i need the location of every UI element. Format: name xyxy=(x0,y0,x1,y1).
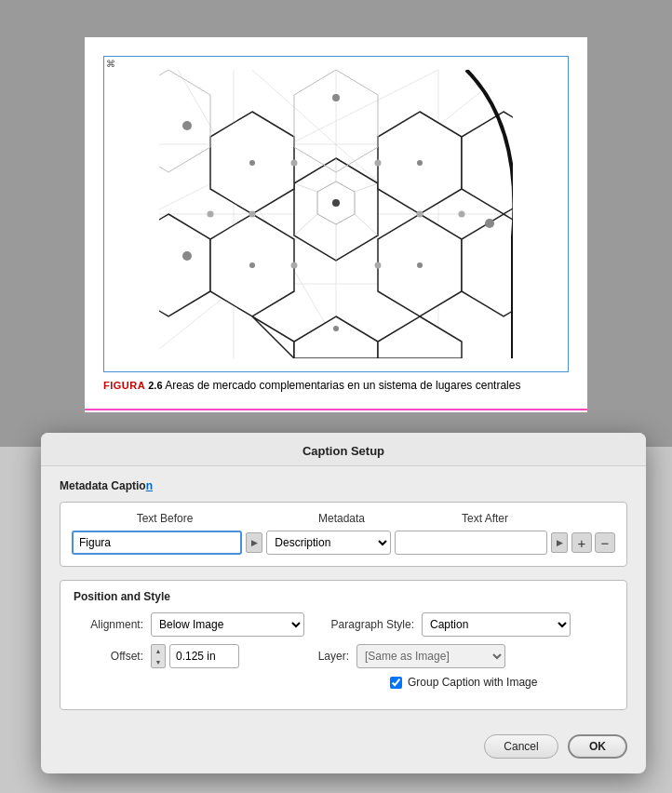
svg-point-43 xyxy=(459,211,465,218)
svg-point-20 xyxy=(249,160,255,166)
svg-marker-24 xyxy=(159,214,210,316)
figure-label-number: 2.6 xyxy=(145,380,162,391)
svg-point-22 xyxy=(417,160,423,166)
svg-point-28 xyxy=(417,262,423,268)
metadata-section: Text Before Metadata Text After ▶ Descri… xyxy=(60,502,627,567)
offset-input[interactable] xyxy=(169,644,239,668)
svg-point-18 xyxy=(332,199,340,207)
offset-row: Offset: ▲ ▼ Layer: [Same as Image] xyxy=(74,644,613,668)
svg-marker-23 xyxy=(462,112,513,214)
svg-marker-30 xyxy=(252,316,294,358)
text-after-header: Text After xyxy=(407,512,563,525)
offset-stepper[interactable]: ▲ ▼ xyxy=(151,644,166,668)
group-caption-label: Group Caption with Image xyxy=(408,676,537,689)
remove-metadata-button[interactable]: − xyxy=(595,532,615,553)
text-after-arrow[interactable]: ▶ xyxy=(551,532,568,553)
figure-label-red: FIGURA xyxy=(103,380,145,391)
caption-setup-dialog: Caption Setup Metadata Caption Text Befo… xyxy=(41,433,646,773)
svg-point-38 xyxy=(332,94,340,101)
stepper-up-button[interactable]: ▲ xyxy=(152,645,165,656)
ok-button[interactable]: OK xyxy=(568,734,627,759)
svg-point-32 xyxy=(333,326,339,331)
svg-point-44 xyxy=(291,262,298,269)
dialog-title: Caption Setup xyxy=(41,433,646,466)
add-remove-controls: + − xyxy=(571,532,615,553)
svg-point-36 xyxy=(182,121,192,130)
paragraph-style-select[interactable]: Caption Body Heading xyxy=(422,612,571,637)
svg-marker-34 xyxy=(159,70,210,172)
image-frame: ⌘ xyxy=(103,56,569,372)
svg-point-47 xyxy=(417,211,423,218)
cancel-button[interactable]: Cancel xyxy=(484,734,558,759)
add-metadata-button[interactable]: + xyxy=(571,532,592,553)
text-before-header: Text Before xyxy=(72,512,258,525)
position-style-section: Position and Style Alignment: Below Imag… xyxy=(60,580,627,710)
layer-select[interactable]: [Same as Image] xyxy=(356,644,505,668)
metadata-header: Metadata xyxy=(276,512,407,525)
svg-point-26 xyxy=(249,262,255,268)
group-caption-checkbox[interactable] xyxy=(390,677,402,689)
alignment-row: Alignment: Below Image Above Image Left … xyxy=(74,612,613,637)
offset-stepper-container: ▲ ▼ xyxy=(151,644,239,668)
stepper-down-button[interactable]: ▼ xyxy=(152,656,165,667)
frame-anchor-icon: ⌘ xyxy=(106,59,115,69)
metadata-section-label: Metadata Caption xyxy=(60,479,627,492)
text-before-input[interactable] xyxy=(72,531,242,555)
position-section-label: Position and Style xyxy=(74,590,613,603)
alignment-label: Alignment: xyxy=(74,618,143,631)
figure-caption: FIGURA 2.6 Areas de mercado complementar… xyxy=(103,378,569,394)
document-page: ⌘ xyxy=(85,37,587,412)
svg-point-42 xyxy=(208,211,214,218)
offset-label: Offset: xyxy=(74,650,143,663)
metadata-inputs-row: ▶ Description Name Title Author ▶ + − xyxy=(72,531,615,555)
metadata-headers: Text Before Metadata Text After xyxy=(72,512,615,525)
document-area: ⌘ xyxy=(0,0,672,447)
svg-point-37 xyxy=(485,219,494,228)
text-before-arrow[interactable]: ▶ xyxy=(246,532,262,553)
figure-description: Areas de mercado complementarias en un s… xyxy=(163,379,521,392)
group-caption-row: Group Caption with Image xyxy=(74,676,613,689)
svg-point-39 xyxy=(182,251,192,261)
alignment-select[interactable]: Below Image Above Image Left of Image Ri… xyxy=(151,612,304,637)
dialog-body: Metadata Caption Text Before Metadata Te… xyxy=(41,466,646,725)
metadata-select[interactable]: Description Name Title Author xyxy=(266,531,391,555)
svg-marker-31 xyxy=(294,316,378,358)
svg-point-46 xyxy=(249,211,256,218)
svg-marker-29 xyxy=(462,214,513,316)
paragraph-style-label: Paragraph Style: xyxy=(312,618,414,631)
group-caption-container: Group Caption with Image xyxy=(390,676,613,689)
svg-point-45 xyxy=(375,262,382,269)
svg-point-41 xyxy=(375,160,382,167)
text-after-input[interactable] xyxy=(395,531,547,555)
layer-label: Layer: xyxy=(247,650,349,663)
svg-point-40 xyxy=(291,160,298,167)
selection-indicator xyxy=(85,409,587,410)
honeycomb-image xyxy=(104,57,568,371)
dialog-footer: Cancel OK xyxy=(41,725,646,773)
svg-marker-33 xyxy=(378,316,462,358)
